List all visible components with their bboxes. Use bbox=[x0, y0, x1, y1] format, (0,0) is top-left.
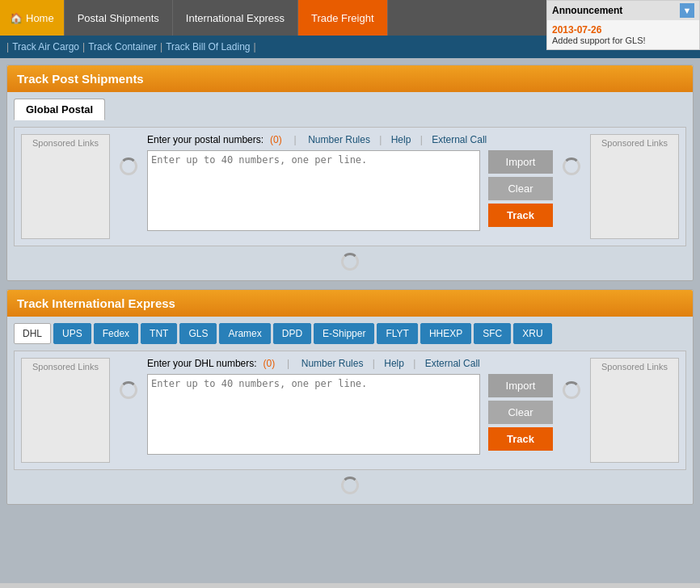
intl-spinner-right bbox=[559, 358, 584, 422]
breadcrumb-sep-0: | bbox=[6, 41, 9, 52]
intl-section-body: DHLUPSFedexTNTGLSAramexDPDE-ShipperFLYTH… bbox=[7, 317, 693, 504]
postal-loading-spinner-right bbox=[563, 158, 580, 175]
courier-tab-ups[interactable]: UPS bbox=[53, 323, 91, 344]
intl-sponsored-right: Sponsored Links bbox=[590, 358, 679, 463]
postal-label-row: Enter your postal numbers:(0) | Number R… bbox=[147, 134, 553, 145]
intl-track-button[interactable]: Track bbox=[488, 427, 553, 451]
postal-track-center: Enter your postal numbers:(0) | Number R… bbox=[147, 134, 553, 231]
intl-sponsored-left: Sponsored Links bbox=[21, 358, 110, 463]
announcement-panel: Announcement ▼ 2013-07-26 Added support … bbox=[546, 0, 700, 50]
intl-loading-spinner-left bbox=[120, 381, 137, 399]
intl-help-link[interactable]: Help bbox=[384, 358, 404, 369]
breadcrumb-track-air[interactable]: Track Air Cargo bbox=[12, 41, 79, 52]
courier-tab-tnt[interactable]: TNT bbox=[141, 323, 177, 344]
courier-tab-xru[interactable]: XRU bbox=[513, 323, 551, 344]
nav-postal[interactable]: Postal Shipments bbox=[65, 0, 173, 36]
courier-tabs-row: DHLUPSFedexTNTGLSAramexDPDE-ShipperFLYTH… bbox=[14, 323, 686, 344]
courier-tab-flyt[interactable]: FLYT bbox=[377, 323, 417, 344]
postal-tabs-row: Global Postal bbox=[14, 99, 686, 120]
intl-track-inner: Sponsored Links Enter your DHL numbers:(… bbox=[14, 351, 686, 470]
courier-tab-aramex[interactable]: Aramex bbox=[219, 323, 270, 344]
postal-buttons: Import Clear Track bbox=[488, 150, 553, 227]
intl-bottom-loading-spinner bbox=[341, 477, 359, 494]
announcement-date: 2013-07-26 bbox=[552, 24, 694, 36]
intl-section-header: Track International Express bbox=[7, 290, 693, 317]
postal-sponsored-right: Sponsored Links bbox=[590, 134, 679, 239]
main-content: Track Post Shipments Global Postal Spons… bbox=[0, 58, 700, 583]
intl-clear-button[interactable]: Clear bbox=[488, 401, 553, 424]
intl-numbers-textarea[interactable] bbox=[147, 374, 480, 455]
breadcrumb-track-container[interactable]: Track Container bbox=[88, 41, 157, 52]
postal-help-link[interactable]: Help bbox=[391, 134, 411, 145]
breadcrumb-track-bol[interactable]: Track Bill Of Lading bbox=[166, 41, 250, 52]
courier-tab-sfc[interactable]: SFC bbox=[474, 323, 511, 344]
intl-buttons: Import Clear Track bbox=[488, 374, 553, 451]
postal-spinner-left bbox=[116, 134, 141, 199]
nav-home[interactable]: 🏠 Home bbox=[0, 0, 65, 36]
intl-track-center: Enter your DHL numbers:(0) | Number Rule… bbox=[147, 358, 553, 455]
postal-numbers-textarea[interactable] bbox=[147, 150, 480, 231]
courier-tab-dpd[interactable]: DPD bbox=[273, 323, 311, 344]
postal-import-button[interactable]: Import bbox=[488, 150, 553, 174]
courier-tab-fedex[interactable]: Fedex bbox=[94, 323, 138, 344]
courier-tab-gls[interactable]: GLS bbox=[179, 323, 217, 344]
announcement-toggle-button[interactable]: ▼ bbox=[680, 3, 694, 18]
courier-tab-hhexp[interactable]: HHEXP bbox=[420, 323, 471, 344]
intl-section: Track International Express DHLUPSFedexT… bbox=[6, 289, 694, 505]
nav-trade-freight[interactable]: Trade Freight bbox=[298, 0, 388, 36]
postal-track-button[interactable]: Track bbox=[488, 204, 553, 227]
postal-count-badge: (0) bbox=[270, 134, 282, 145]
intl-label-row: Enter your DHL numbers:(0) | Number Rule… bbox=[147, 358, 553, 369]
intl-external-call-link[interactable]: External Call bbox=[425, 358, 480, 369]
postal-section-body: Global Postal Sponsored Links Enter your… bbox=[7, 92, 693, 280]
postal-number-rules-link[interactable]: Number Rules bbox=[308, 134, 370, 145]
postal-bottom-spinner bbox=[14, 246, 686, 274]
postal-loading-spinner-left bbox=[120, 158, 137, 175]
intl-loading-spinner-right bbox=[563, 381, 580, 399]
postal-external-call-link[interactable]: External Call bbox=[432, 134, 487, 145]
postal-section-header: Track Post Shipments bbox=[7, 65, 693, 92]
home-label: Home bbox=[26, 12, 54, 24]
announcement-title: Announcement bbox=[552, 5, 622, 16]
postal-clear-button[interactable]: Clear bbox=[488, 177, 553, 200]
courier-tab-eshipper[interactable]: E-Shipper bbox=[314, 323, 374, 344]
postal-bottom-loading-spinner bbox=[341, 253, 359, 271]
intl-number-rules-link[interactable]: Number Rules bbox=[302, 358, 364, 369]
intl-import-button[interactable]: Import bbox=[488, 374, 553, 397]
postal-track-inner: Sponsored Links Enter your postal number… bbox=[14, 127, 686, 246]
postal-spinner-right bbox=[559, 134, 584, 199]
postal-section: Track Post Shipments Global Postal Spons… bbox=[6, 65, 694, 281]
nav-international[interactable]: International Express bbox=[173, 0, 298, 36]
announcement-text: Added support for GLS! bbox=[552, 36, 694, 45]
announcement-body: 2013-07-26 Added support for GLS! bbox=[547, 20, 699, 49]
tab-global-postal[interactable]: Global Postal bbox=[14, 99, 105, 120]
intl-count-badge: (0) bbox=[264, 358, 276, 369]
intl-bottom-spinner bbox=[14, 470, 686, 498]
postal-sponsored-left: Sponsored Links bbox=[21, 134, 110, 239]
announcement-header: Announcement ▼ bbox=[547, 1, 699, 20]
courier-tab-dhl[interactable]: DHL bbox=[14, 323, 51, 344]
home-icon: 🏠 bbox=[10, 12, 23, 24]
intl-spinner-left bbox=[116, 358, 141, 422]
